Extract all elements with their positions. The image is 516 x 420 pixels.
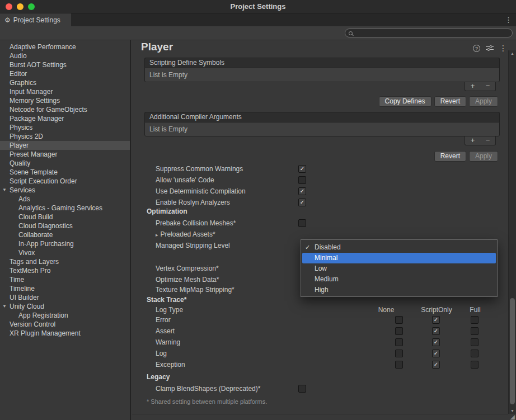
minimize-button[interactable] bbox=[17, 3, 24, 10]
checkbox[interactable] bbox=[471, 350, 479, 357]
sidebar-item-vivox[interactable]: Vivox bbox=[0, 248, 130, 257]
sidebar-item-cloud-build[interactable]: Cloud Build bbox=[0, 213, 130, 221]
sidebar-item-label: App Registration bbox=[18, 312, 68, 319]
checkbox[interactable]: ✓ bbox=[432, 361, 440, 369]
resize-grip-icon[interactable]: ◢ bbox=[510, 414, 515, 420]
menu-item-disabled[interactable]: ✓Disabled bbox=[302, 242, 496, 253]
search-input[interactable] bbox=[355, 30, 509, 36]
tab-menu-icon[interactable]: ⋮ bbox=[505, 16, 512, 24]
sidebar-item-label: Player bbox=[10, 141, 29, 149]
checkbox[interactable] bbox=[395, 316, 403, 324]
gear-icon: ⚙ bbox=[4, 16, 11, 24]
checkbox[interactable]: ✓ bbox=[432, 350, 440, 357]
checkbox[interactable]: ✓ bbox=[432, 316, 440, 324]
foldout-expanded-icon[interactable]: ▼ bbox=[2, 302, 7, 311]
scroll-up-icon[interactable]: ▲ bbox=[509, 51, 516, 55]
shared-settings-footnote: * Shared setting between multiple platfo… bbox=[147, 398, 267, 405]
sidebar-item-label: Time bbox=[10, 276, 24, 284]
sidebar-item-label: In-App Purchasing bbox=[18, 240, 74, 248]
sidebar-item-burst-aot-settings[interactable]: Burst AOT Settings bbox=[0, 60, 130, 69]
sidebar-item-collaborate[interactable]: Collaborate bbox=[0, 230, 130, 239]
menu-item-label: Minimal bbox=[315, 254, 337, 262]
settings-sidebar: Adaptive PerformanceAudioBurst AOT Setti… bbox=[0, 40, 131, 420]
sidebar-item-tags-and-layers[interactable]: Tags and Layers bbox=[0, 257, 130, 266]
sidebar-item-ads[interactable]: Ads bbox=[0, 195, 130, 204]
menu-item-label: Medium bbox=[315, 275, 339, 283]
foldout-expanded-icon[interactable]: ▼ bbox=[2, 186, 7, 195]
sidebar-item-textmesh-pro[interactable]: TextMesh Pro bbox=[0, 266, 130, 275]
sidebar-item-script-execution-order[interactable]: Script Execution Order bbox=[0, 177, 130, 186]
sidebar-item-player[interactable]: Player bbox=[0, 141, 130, 150]
close-button[interactable] bbox=[6, 3, 12, 10]
sidebar-item-editor[interactable]: Editor bbox=[0, 69, 130, 78]
sidebar-item-xr-plugin-management[interactable]: XR Plugin Management bbox=[0, 329, 130, 338]
sidebar-item-memory-settings[interactable]: Memory Settings bbox=[0, 96, 130, 105]
sidebar-item-label: Services bbox=[10, 186, 35, 194]
menu-item-high[interactable]: High bbox=[302, 285, 496, 295]
checkbox[interactable] bbox=[395, 327, 403, 335]
sidebar-item-ui-builder[interactable]: UI Builder bbox=[0, 293, 130, 302]
checkbox[interactable] bbox=[395, 361, 403, 369]
scrollbar-thumb[interactable] bbox=[510, 298, 515, 404]
sidebar-item-app-registration[interactable]: App Registration bbox=[0, 311, 130, 320]
sidebar-item-physics-2d[interactable]: Physics 2D bbox=[0, 132, 130, 141]
menu-item-medium[interactable]: Medium bbox=[302, 274, 496, 285]
sidebar-item-label: XR Plugin Management bbox=[10, 329, 81, 337]
sidebar-item-cloud-diagnostics[interactable]: Cloud Diagnostics bbox=[0, 221, 130, 230]
sidebar-item-quality[interactable]: Quality bbox=[0, 159, 130, 168]
sidebar-item-label: Adaptive Performance bbox=[10, 43, 76, 51]
checkbox[interactable] bbox=[471, 327, 479, 335]
titlebar: Project Settings bbox=[0, 0, 516, 13]
checkbox[interactable] bbox=[395, 350, 403, 357]
checkbox[interactable] bbox=[395, 338, 403, 346]
sidebar-item-label: Package Manager bbox=[10, 115, 64, 122]
search-field[interactable] bbox=[345, 29, 513, 37]
sidebar-item-audio[interactable]: Audio bbox=[0, 51, 130, 60]
sidebar-item-adaptive-performance[interactable]: Adaptive Performance bbox=[0, 43, 130, 51]
log-type-row-label: Exception bbox=[144, 359, 185, 370]
tab-project-settings[interactable]: ⚙ Project Settings bbox=[0, 13, 71, 26]
sidebar-item-input-manager[interactable]: Input Manager bbox=[0, 87, 130, 96]
checkmark-icon: ✓ bbox=[305, 242, 310, 253]
checkbox[interactable] bbox=[471, 361, 479, 369]
checkbox[interactable] bbox=[471, 316, 479, 324]
scroll-down-icon[interactable]: ▼ bbox=[509, 409, 516, 413]
menu-item-low[interactable]: Low bbox=[302, 263, 496, 274]
sidebar-item-scene-template[interactable]: Scene Template bbox=[0, 168, 130, 177]
sidebar-item-unity-cloud[interactable]: ▼Unity Cloud bbox=[0, 302, 130, 311]
sidebar-item-label: Collaborate bbox=[18, 231, 53, 239]
zoom-button[interactable] bbox=[28, 3, 35, 10]
sidebar-item-analytics-gaming-services[interactable]: Analytics - Gaming Services bbox=[0, 204, 130, 213]
sidebar-item-in-app-purchasing[interactable]: In-App Purchasing bbox=[0, 239, 130, 248]
sidebar-item-label: Scene Template bbox=[10, 168, 58, 176]
vertical-scrollbar[interactable]: ▲ ▼ bbox=[508, 50, 516, 414]
sidebar-item-label: Audio bbox=[10, 52, 27, 60]
stack-trace-row-exception: Exception✓ bbox=[144, 359, 500, 370]
sidebar-item-label: Editor bbox=[10, 70, 27, 78]
sidebar-item-preset-manager[interactable]: Preset Manager bbox=[0, 150, 130, 159]
checkbox[interactable]: ✓ bbox=[432, 338, 440, 346]
sidebar-item-label: Analytics - Gaming Services bbox=[18, 204, 102, 212]
sidebar-item-services[interactable]: ▼Services bbox=[0, 186, 130, 195]
sidebar-item-package-manager[interactable]: Package Manager bbox=[0, 114, 130, 123]
menu-item-label: Low bbox=[315, 265, 327, 272]
sidebar-item-label: Version Control bbox=[10, 320, 55, 328]
sidebar-item-netcode-for-gameobjects[interactable]: Netcode for GameObjects bbox=[0, 105, 130, 114]
menu-item-label: High bbox=[315, 286, 329, 294]
checkbox[interactable] bbox=[471, 338, 479, 346]
sidebar-item-time[interactable]: Time bbox=[0, 275, 130, 284]
sidebar-item-label: Unity Cloud bbox=[10, 303, 44, 310]
checkbox[interactable] bbox=[298, 385, 306, 393]
stack-trace-rows: Error✓Assert✓Warning✓Log✓Exception✓ bbox=[132, 40, 516, 420]
tab-bar: ⚙ Project Settings ⋮ bbox=[0, 13, 516, 26]
sidebar-item-graphics[interactable]: Graphics bbox=[0, 78, 130, 87]
sidebar-item-version-control[interactable]: Version Control bbox=[0, 320, 130, 329]
sidebar-item-timeline[interactable]: Timeline bbox=[0, 284, 130, 293]
sidebar-item-label: UI Builder bbox=[10, 294, 39, 301]
sidebar-item-label: Vivox bbox=[18, 249, 35, 257]
sidebar-item-physics[interactable]: Physics bbox=[0, 123, 130, 132]
sidebar-item-label: Physics bbox=[10, 124, 32, 131]
checkbox[interactable]: ✓ bbox=[432, 327, 440, 335]
menu-item-minimal[interactable]: Minimal bbox=[302, 253, 496, 263]
stack-trace-row-log: Log✓ bbox=[144, 348, 500, 359]
